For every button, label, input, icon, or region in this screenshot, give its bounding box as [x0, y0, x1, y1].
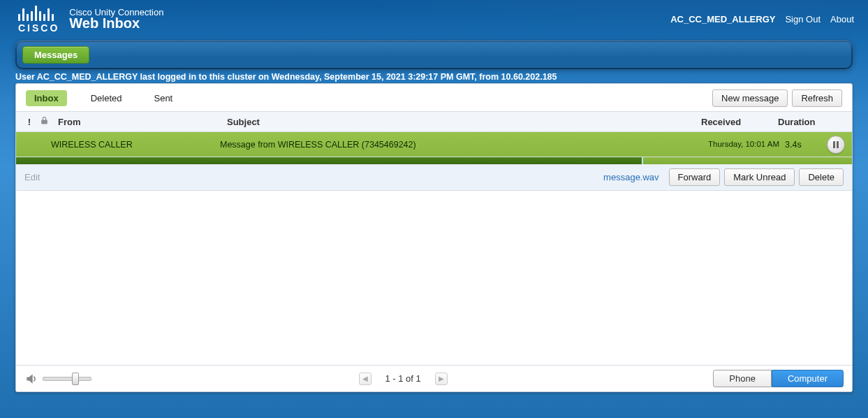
- col-subject[interactable]: Subject: [227, 117, 701, 127]
- mark-unread-button[interactable]: Mark Unread: [724, 168, 795, 186]
- message-from: WIRELESS CALLER: [45, 140, 220, 150]
- pager: ◀ 1 - 1 of 1 ▶: [359, 373, 448, 385]
- playback-progress-bar[interactable]: [16, 157, 852, 164]
- sign-out-link[interactable]: Sign Out: [785, 14, 821, 24]
- message-grid-body[interactable]: WIRELESS CALLER Message from WIRELESS CA…: [16, 132, 852, 365]
- device-computer-button[interactable]: Computer: [772, 370, 844, 387]
- current-user-label: AC_CC_MED_ALLERGY: [670, 14, 775, 24]
- col-from[interactable]: From: [52, 117, 227, 127]
- folder-tab-deleted[interactable]: Deleted: [82, 90, 131, 106]
- volume-slider[interactable]: [43, 377, 91, 381]
- edit-label: Edit: [24, 172, 40, 182]
- message-subject: Message from WIRELESS CALLER (7345469242…: [220, 140, 708, 150]
- col-priority[interactable]: !: [23, 117, 36, 127]
- device-phone-button[interactable]: Phone: [713, 370, 772, 387]
- message-received: Thursday, 10:01 AM: [708, 140, 785, 150]
- cisco-logo-block: CISCO Cisco Unity Connection Web Inbox: [18, 4, 163, 34]
- pager-prev-button[interactable]: ◀: [359, 373, 372, 385]
- footer-bar: ◀ 1 - 1 of 1 ▶ Phone Computer: [16, 365, 852, 391]
- new-message-button[interactable]: New message: [712, 89, 788, 107]
- header-right-links: AC_CC_MED_ALLERGY Sign Out About: [670, 14, 854, 24]
- device-toggle: Phone Computer: [713, 370, 844, 387]
- folder-tab-row: Inbox Deleted Sent New message Refresh: [16, 84, 852, 112]
- delete-button[interactable]: Delete: [799, 168, 844, 186]
- col-duration[interactable]: Duration: [778, 117, 820, 127]
- top-frame: Messages: [15, 41, 853, 69]
- lock-icon[interactable]: [36, 116, 52, 127]
- pager-next-button[interactable]: ▶: [435, 373, 448, 385]
- cisco-logo-icon: CISCO: [18, 4, 59, 34]
- speaker-icon[interactable]: [24, 372, 38, 386]
- about-link[interactable]: About: [830, 14, 854, 24]
- pager-text: 1 - 1 of 1: [385, 373, 421, 384]
- message-action-row: Edit message.wav Forward Mark Unread Del…: [16, 164, 852, 191]
- product-titles: Cisco Unity Connection Web Inbox: [69, 7, 163, 31]
- forward-button[interactable]: Forward: [669, 168, 721, 186]
- message-duration: 3.4s: [785, 140, 827, 150]
- cisco-wordmark: CISCO: [18, 22, 59, 34]
- last-login-status: User AC_CC_MED_ALLERGY last logged in to…: [15, 72, 853, 82]
- app-name: Web Inbox: [69, 15, 163, 31]
- pause-button[interactable]: [827, 136, 845, 154]
- folder-tab-sent[interactable]: Sent: [145, 90, 181, 106]
- tab-messages[interactable]: Messages: [22, 46, 89, 64]
- inbox-frame: Inbox Deleted Sent New message Refresh !…: [15, 83, 853, 392]
- attachment-link[interactable]: message.wav: [603, 172, 659, 182]
- message-grid-header: ! From Subject Received Duration: [16, 112, 852, 132]
- folder-tab-inbox[interactable]: Inbox: [26, 90, 67, 106]
- col-received[interactable]: Received: [701, 117, 778, 127]
- header-bar: CISCO Cisco Unity Connection Web Inbox A…: [0, 0, 868, 36]
- refresh-button[interactable]: Refresh: [792, 89, 842, 107]
- message-row[interactable]: WIRELESS CALLER Message from WIRELESS CA…: [16, 132, 852, 164]
